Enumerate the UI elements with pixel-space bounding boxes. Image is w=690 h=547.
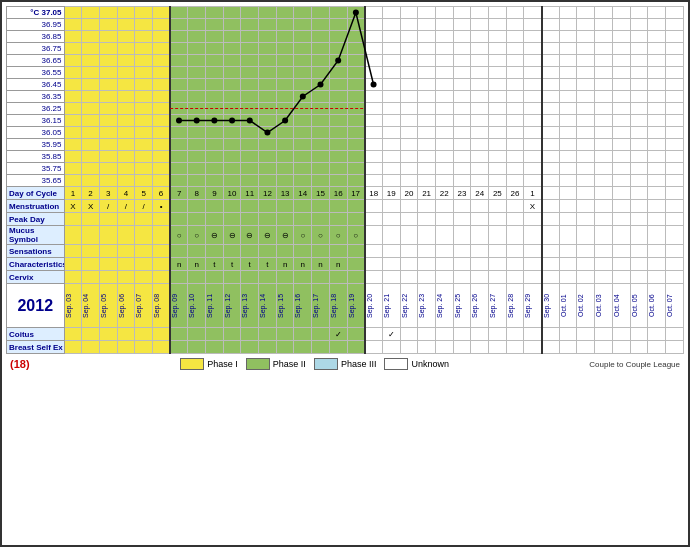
temp-row: 36.65: [7, 55, 684, 67]
temp-cell: [312, 163, 330, 175]
date-cell: Sep. 03: [64, 284, 82, 328]
temp-cell: [612, 115, 630, 127]
temp-cell: [612, 67, 630, 79]
temp-cell: [418, 79, 436, 91]
data-cell: [648, 213, 666, 226]
data-cell: 4: [117, 187, 135, 200]
temp-cell: [471, 67, 489, 79]
temp-cell: [152, 7, 170, 19]
temp-cell: [241, 31, 259, 43]
temp-cell: [135, 19, 153, 31]
temp-cell: [223, 19, 241, 31]
date-cell: Sep. 14: [259, 284, 277, 328]
temp-cell: [542, 67, 560, 79]
data-cell: [206, 213, 224, 226]
date-cell: Sep. 22: [400, 284, 418, 328]
temp-cell: [612, 175, 630, 187]
temp-cell: [435, 19, 453, 31]
temp-cell: [312, 103, 330, 115]
temp-cell: [99, 163, 117, 175]
temp-cell: [223, 91, 241, 103]
temp-cell: [577, 139, 595, 151]
temp-cell: [435, 103, 453, 115]
temp-cell: [559, 127, 577, 139]
date-cell: Sep. 15: [276, 284, 294, 328]
data-cell: n: [188, 258, 206, 271]
data-cell: [435, 245, 453, 258]
temp-cell: [524, 7, 542, 19]
date-cell: Sep. 20: [365, 284, 383, 328]
data-cell: [365, 245, 383, 258]
data-cell: 16: [329, 187, 347, 200]
phase2-label: Phase II: [273, 359, 306, 369]
data-cell: [365, 213, 383, 226]
temp-cell: [418, 163, 436, 175]
data-cell: [347, 200, 365, 213]
data-cell: ✓: [329, 328, 347, 341]
temp-cell: [135, 7, 153, 19]
data-cell: [312, 271, 330, 284]
temp-cell: [400, 115, 418, 127]
temp-cell: [542, 103, 560, 115]
temp-cell: [577, 79, 595, 91]
temp-cell: [489, 7, 507, 19]
temp-cell: [241, 103, 259, 115]
temp-cell: [294, 163, 312, 175]
date-cell: Sep. 19: [347, 284, 365, 328]
temp-cell: [665, 55, 683, 67]
temp-cell: [400, 103, 418, 115]
temp-cell: [559, 163, 577, 175]
data-cell: ○: [347, 226, 365, 245]
data-cell: 14: [294, 187, 312, 200]
data-cell: [595, 245, 613, 258]
data-cell: [630, 341, 648, 354]
temp-cell: [365, 67, 383, 79]
temp-cell: [117, 7, 135, 19]
temp-cell: [117, 31, 135, 43]
data-cell: 12: [259, 187, 277, 200]
temp-cell: [206, 91, 224, 103]
data-cell: [312, 341, 330, 354]
data-cell: [542, 200, 560, 213]
temp-cell: [630, 151, 648, 163]
data-cell: 1: [64, 187, 82, 200]
data-cell: [506, 200, 524, 213]
temp-cell: [577, 7, 595, 19]
date-cell: Sep. 29: [524, 284, 542, 328]
temp-cell: [170, 127, 188, 139]
copyright: Couple to Couple League: [589, 360, 680, 369]
data-cell: [259, 341, 277, 354]
temp-cell: [188, 91, 206, 103]
temp-cell: [524, 115, 542, 127]
data-cell: [117, 341, 135, 354]
temp-cell: [559, 79, 577, 91]
temp-cell: [648, 127, 666, 139]
temp-cell: [612, 103, 630, 115]
temp-cell: [223, 115, 241, 127]
temp-cell: [418, 19, 436, 31]
data-cell: [382, 226, 400, 245]
date-cell: Sep. 23: [418, 284, 436, 328]
data-cell: 11: [241, 187, 259, 200]
data-cell: [276, 213, 294, 226]
temp-cell: [648, 43, 666, 55]
temp-cell: [506, 43, 524, 55]
temp-cell: [506, 103, 524, 115]
temp-cell: [170, 175, 188, 187]
temp-cell: [489, 43, 507, 55]
temp-cell: [312, 115, 330, 127]
temp-cell: [418, 139, 436, 151]
temp-cell: [276, 127, 294, 139]
temp-cell: [347, 67, 365, 79]
temp-cell: [577, 91, 595, 103]
data-cell: ○: [170, 226, 188, 245]
data-cell: [259, 200, 277, 213]
temp-cell: [665, 139, 683, 151]
temp-cell: [259, 79, 277, 91]
temp-label: 36.25: [7, 103, 65, 115]
temp-cell: [595, 7, 613, 19]
data-cell: [259, 271, 277, 284]
data-cell: [365, 341, 383, 354]
temp-cell: [365, 19, 383, 31]
data-cell: [82, 328, 100, 341]
